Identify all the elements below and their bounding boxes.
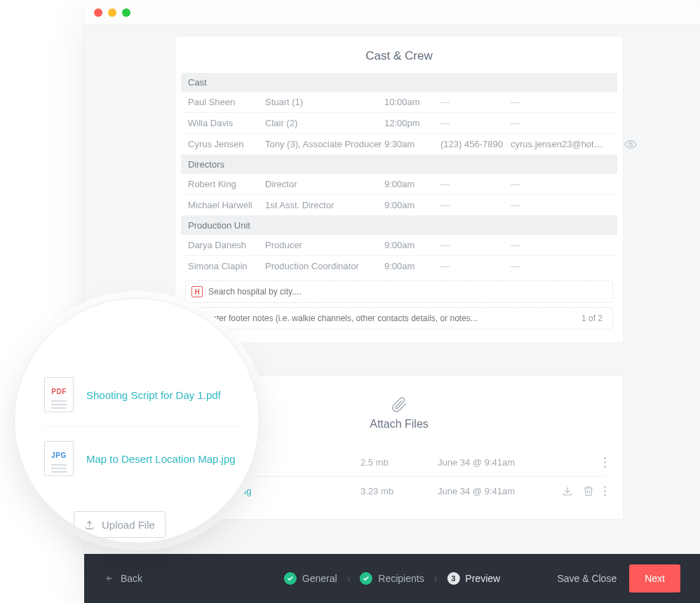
window-maximize-button[interactable]: [122, 8, 130, 17]
paperclip-icon: [391, 395, 408, 414]
table-row[interactable]: Simona ClapinProduction Coordinator9:00a…: [181, 256, 617, 276]
file-date: June 34 @ 9:41am: [438, 486, 562, 496]
cell-role: 1st Asst. Director: [265, 200, 384, 210]
cell-name: Robert King: [188, 179, 265, 189]
group-header: Cast: [181, 73, 617, 92]
table-row[interactable]: Robert KingDirector9:00am——: [181, 174, 617, 195]
file-ext-label: JPG: [51, 452, 67, 459]
window-close-button[interactable]: [94, 8, 102, 17]
chevron-right-icon: ›: [434, 573, 438, 584]
pdf-file-icon: PDF: [44, 377, 74, 412]
zoom-file-row[interactable]: PDF Shooting Script for Day 1.pdf: [44, 363, 241, 426]
cell-phone: —: [440, 240, 511, 250]
cell-email: —: [511, 200, 610, 210]
cell-name: Willa Davis: [188, 118, 265, 128]
hospital-search-box[interactable]: H: [185, 280, 613, 303]
cell-name: Paul Sheen: [188, 97, 265, 107]
trash-icon[interactable]: [583, 485, 594, 496]
cell-email: —: [511, 240, 610, 250]
zoom-lens: PDF Shooting Script for Day 1.pdf JPG Ma…: [14, 298, 260, 543]
cell-name: Michael Harwell: [188, 200, 265, 210]
footer-notes-input[interactable]: [206, 313, 572, 323]
step-label: General: [302, 573, 337, 584]
group-header: Directors: [181, 155, 617, 174]
cast-crew-title: Cast & Crew: [181, 49, 617, 63]
back-button[interactable]: Back: [104, 573, 142, 584]
file-actions: [562, 485, 606, 496]
window-minimize-button[interactable]: [108, 8, 116, 17]
group-header: Production Unit: [181, 216, 617, 235]
cell-email: —: [511, 179, 610, 189]
file-name-link[interactable]: Map to Desert Location Map.jpg: [86, 453, 236, 465]
cell-time: 10:00am: [384, 97, 440, 107]
eye-icon[interactable]: [624, 138, 637, 151]
cell-email: —: [511, 118, 610, 128]
cell-email: cyrus.jensen23@hotmail...: [511, 139, 610, 149]
table-row[interactable]: Willa DavisClair (2)12:00pm——: [181, 113, 617, 134]
cell-name: Darya Danesh: [188, 240, 265, 250]
attached-file-row[interactable]: cation Map.jpg3.23 mbJune 34 @ 9:41am: [192, 477, 606, 505]
wizard-steps: General › Recipients › 3 Preview: [284, 572, 500, 585]
cell-email: —: [511, 97, 610, 107]
cell-time: 9:00am: [384, 200, 440, 210]
step-general[interactable]: General: [284, 572, 337, 585]
step-recipients[interactable]: Recipients: [360, 572, 424, 585]
next-button[interactable]: Next: [629, 564, 680, 592]
download-icon[interactable]: [562, 485, 573, 496]
step-label: Preview: [465, 573, 500, 584]
table-row[interactable]: Michael Harwell1st Asst. Director9:00am—…: [181, 195, 617, 216]
page-indicator: 1 of 2: [577, 313, 607, 323]
step-preview[interactable]: 3 Preview: [447, 572, 500, 585]
step-number: 3: [447, 572, 459, 585]
cell-name: Cyrus Jensen: [188, 139, 265, 149]
cell-phone: —: [440, 261, 511, 271]
check-icon: [284, 572, 297, 585]
cell-name: Simona Clapin: [188, 261, 265, 271]
svg-point-0: [629, 143, 633, 147]
cell-phone: (123) 456-7890: [440, 139, 511, 149]
cell-role: Producer: [265, 240, 384, 250]
file-actions: [604, 457, 606, 468]
cell-time: 9:00am: [384, 240, 440, 250]
chevron-right-icon: ›: [347, 573, 351, 584]
cell-role: Tony (3), Associate Producer: [265, 139, 384, 149]
cell-role: Production Coordinator: [265, 261, 384, 271]
cast-crew-card: Cast & Crew CastPaul SheenStuart (1)10:0…: [175, 36, 623, 342]
cell-role: Clair (2): [265, 118, 384, 128]
attached-files-list: r Day 1.pdf2.5 mbJune 34 @ 9:41amcation …: [192, 449, 606, 505]
cell-phone: —: [440, 200, 511, 210]
hospital-search-input[interactable]: [208, 287, 607, 297]
back-label: Back: [121, 573, 142, 584]
cell-email: —: [511, 261, 610, 271]
drag-handle-icon[interactable]: [604, 486, 606, 496]
cell-time: 9:30am: [384, 139, 440, 149]
cell-role: Director: [265, 179, 384, 189]
file-name-link[interactable]: Shooting Script for Day 1.pdf: [86, 389, 221, 401]
wizard-footer: Back General › Recipients › 3 Preview: [84, 554, 700, 603]
file-size: 3.23 mb: [361, 486, 438, 496]
footer-notes-box[interactable]: ✱ 1 of 2: [185, 307, 613, 330]
save-close-button[interactable]: Save & Close: [557, 573, 617, 584]
cell-phone: —: [440, 97, 511, 107]
zoom-file-row[interactable]: JPG Map to Desert Location Map.jpg: [44, 427, 241, 490]
cell-time: 12:00pm: [384, 118, 440, 128]
check-icon: [360, 572, 372, 585]
hospital-icon: H: [191, 286, 203, 297]
cast-crew-table: CastPaul SheenStuart (1)10:00am——Willa D…: [181, 73, 617, 276]
cell-time: 9:00am: [384, 179, 440, 189]
file-size: 2.5 mb: [361, 457, 438, 468]
upload-file-label: Upload File: [102, 519, 155, 531]
cell-phone: —: [440, 118, 511, 128]
cell-time: 9:00am: [384, 261, 440, 271]
table-row[interactable]: Paul SheenStuart (1)10:00am——: [181, 92, 617, 113]
cell-role: Stuart (1): [265, 97, 384, 107]
cell-phone: —: [440, 179, 511, 189]
table-row[interactable]: Cyrus JensenTony (3), Associate Producer…: [181, 134, 617, 155]
file-ext-label: PDF: [51, 388, 67, 395]
drag-handle-icon[interactable]: [604, 457, 606, 468]
window-titlebar: [84, 0, 700, 25]
table-row[interactable]: Darya DaneshProducer9:00am——: [181, 235, 617, 256]
step-label: Recipients: [378, 573, 424, 584]
jpg-file-icon: JPG: [44, 441, 74, 476]
upload-icon: [84, 520, 95, 530]
